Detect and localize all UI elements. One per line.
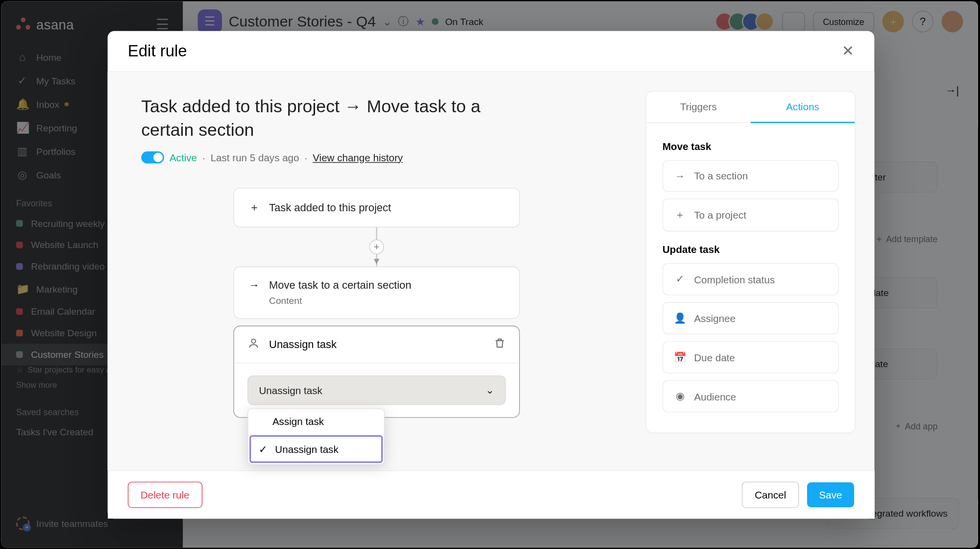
chevron-down-icon: ⌄ <box>486 384 494 397</box>
edit-rule-modal: Edit rule ✕ Task added to this project →… <box>108 31 875 519</box>
assignee-action-select[interactable]: Unassign task ⌄ <box>247 375 506 405</box>
panel-item-assignee[interactable]: 👤Assignee <box>662 302 839 334</box>
cancel-button[interactable]: Cancel <box>742 482 799 508</box>
person-icon: 👤 <box>674 312 686 324</box>
panel-item-due-date[interactable]: 📅Due date <box>662 341 839 374</box>
save-button[interactable]: Save <box>807 482 854 507</box>
check-circle-icon: ✓ <box>674 273 686 285</box>
plus-icon: ＋ <box>249 200 260 215</box>
modal-header: Edit rule ✕ <box>108 31 875 72</box>
add-step-button[interactable]: ＋ <box>369 240 384 254</box>
delete-action-icon[interactable] <box>493 337 506 352</box>
tab-triggers[interactable]: Triggers <box>646 92 751 124</box>
active-label: Active <box>170 152 197 163</box>
panel-item-to-section[interactable]: →To a section <box>662 160 839 192</box>
active-toggle[interactable] <box>141 151 164 164</box>
dropdown-option-assign[interactable]: Assign task <box>248 409 384 434</box>
panel-item-audience[interactable]: ◉Audience <box>662 380 839 412</box>
unassign-label: Unassign task <box>269 339 337 351</box>
plus-icon: ＋ <box>674 208 686 221</box>
rule-meta: Active · Last run 5 days ago · View chan… <box>141 151 612 164</box>
delete-rule-button[interactable]: Delete rule <box>128 482 202 508</box>
action-card-unassign: Unassign task Unassign task ⌄ <box>233 326 520 418</box>
section-move-task: Move task <box>662 141 839 152</box>
person-icon <box>247 337 260 352</box>
dropdown-option-unassign[interactable]: Unassign task <box>249 435 383 463</box>
last-run-text: Last run 5 days ago <box>211 152 299 163</box>
section-update-task: Update task <box>662 244 839 255</box>
rule-title: Task added to this project → Move task t… <box>141 95 491 142</box>
audience-icon: ◉ <box>674 390 686 402</box>
svg-point-0 <box>251 339 255 343</box>
action-sub: Content <box>269 296 504 306</box>
trigger-card[interactable]: ＋Task added to this project <box>233 188 520 227</box>
tab-actions[interactable]: Actions <box>751 92 855 124</box>
arrow-right-icon: → <box>249 279 260 292</box>
rule-flow: ＋Task added to this project ＋ ▼ →Move ta… <box>141 188 612 418</box>
flow-connector: ＋ ▼ <box>233 227 520 267</box>
modal-footer: Delete rule Cancel Save <box>108 470 875 519</box>
arrow-right-icon: → <box>674 170 686 181</box>
panel-item-completion[interactable]: ✓Completion status <box>662 263 839 296</box>
calendar-icon: 📅 <box>674 351 686 363</box>
assignee-action-dropdown: Assign task Unassign task <box>247 408 385 465</box>
action-card-move[interactable]: →Move task to a certain section Content <box>233 267 520 319</box>
rule-main: Task added to this project → Move task t… <box>108 72 646 471</box>
close-icon[interactable]: ✕ <box>842 42 854 60</box>
modal-title: Edit rule <box>128 42 187 60</box>
view-history-link[interactable]: View change history <box>313 152 403 163</box>
panel-item-to-project[interactable]: ＋To a project <box>662 199 839 231</box>
actions-panel: Triggers Actions Move task →To a section… <box>646 72 875 471</box>
